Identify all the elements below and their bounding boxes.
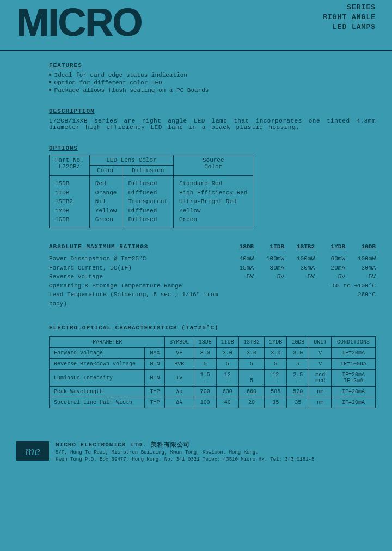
ratings-label: Reverse Voltage (49, 272, 223, 281)
ratings-col: 1GDB (345, 242, 376, 255)
ratings-section: ABSOLUTE MAXIMUM RATINGS 1SDB 1IDB 1STB2… (49, 242, 376, 309)
eo-row: Spectral Line Half Width TYP Δλ 100 40 2… (50, 397, 376, 408)
ratings-title: ABSOLUTE MAXIMUM RATINGS (49, 242, 223, 252)
options-th-lens: LED Lens Color (89, 155, 173, 166)
options-colors: Red Orange Nil Yellow Green (89, 176, 122, 228)
description-title: DESCRIPTION (49, 108, 376, 114)
ratings-label: Operating & Storage Temperature Range (49, 281, 223, 291)
datasheet-page: MICRO SERIES RIGHT ANGLE LED LAMPS FEATU… (0, 0, 392, 551)
options-section: OPTIONS Part No. L72CB/ LED Lens Color S… (49, 145, 376, 228)
footer-address: Kwun Tong P.O. Box 69477, Hong Kong. No.… (56, 456, 314, 463)
ratings-label: Lead Temperature (Soldering, 5 sec., 1/1… (49, 290, 223, 308)
eo-th-col: 1STB2 (238, 337, 265, 348)
series-label: SERIES (323, 3, 376, 13)
footer-logo-icon: me (16, 441, 49, 461)
ratings-col: 1YDB (315, 242, 345, 255)
product-label: RIGHT ANGLE LED LAMPS (323, 13, 376, 32)
ratings-col: 1SDB (223, 242, 254, 255)
features-title: FEATURES (49, 62, 376, 69)
description-section: DESCRIPTION L72CB/1XXB series are right … (49, 108, 376, 131)
options-parts: 1SDB 1IDB 1STB2 1YDB 1GDB (50, 176, 90, 228)
eo-th-col: 1GDB (287, 337, 309, 348)
eo-table: PARAMETER SYMBOL 1SDB 1IDB 1STB2 1YDB 1G… (49, 336, 376, 408)
features-section: FEATURES Ideal for card edge status indi… (49, 62, 376, 94)
eo-row: Reverse Breakdown Voltage MIN BVR 5 5 5 … (50, 359, 376, 370)
ratings-col: 1IDB (254, 242, 284, 255)
eo-th-symbol: SYMBOL (164, 337, 194, 348)
header-product-title: SERIES RIGHT ANGLE LED LAMPS (323, 3, 376, 33)
feature-item: Package allows flush seating on a PC Boa… (49, 87, 376, 94)
ratings-label: Power Dissipation @ Ta=25°C (49, 254, 223, 264)
feature-item: Option for different color LED (49, 79, 376, 86)
eo-section: ELECTRO-OPTICAL CHARACTERISTICS (Ta=25°C… (49, 325, 376, 408)
footer-company: MICRO ELECTRONICS LTD. 美科有限公司 (56, 441, 314, 449)
eo-th-param: PARAMETER (50, 337, 165, 348)
eo-title: ELECTRO-OPTICAL CHARACTERISTICS (Ta=25°C… (49, 325, 376, 331)
eo-row: Forward Voltage MAX VF 3.0 3.0 3.0 3.0 3… (50, 348, 376, 359)
options-source: Standard Red High Efficiency Red Ultra-B… (174, 176, 253, 228)
ratings-col: 1STB2 (284, 242, 315, 255)
options-diffusion: Diffused Diffused Transparent Diffused D… (122, 176, 174, 228)
header: MICRO SERIES RIGHT ANGLE LED LAMPS (0, 0, 392, 51)
footer-text: MICRO ELECTRONICS LTD. 美科有限公司 5/F, Hung … (56, 441, 314, 463)
footer: me MICRO ELECTRONICS LTD. 美科有限公司 5/F, Hu… (0, 436, 392, 469)
ratings-label: Forward Current, DC(IF) (49, 264, 223, 273)
brand-logo: MICRO (16, 0, 142, 45)
eo-row: Luminous Intensity MIN IV 1.5 - 12 - - 5… (50, 370, 376, 387)
options-th-part: Part No. L72CB/ (50, 155, 90, 176)
eo-th-cond: CONDITIONS (332, 337, 376, 348)
options-th-color: Color (89, 166, 122, 176)
eo-th-unit: UNIT (309, 337, 332, 348)
options-title: OPTIONS (49, 145, 376, 151)
options-th-source: Source Color (174, 155, 253, 176)
eo-th-col: 1YDB (265, 337, 287, 348)
description-text: L72CB/1XXB series are right angle LED la… (49, 118, 376, 131)
eo-row: Peak Wavelength TYP λp 700 630 660 585 5… (50, 387, 376, 397)
eo-th-col: 1IDB (216, 337, 238, 348)
options-th-diff: Diffusion (122, 166, 174, 176)
features-list: Ideal for card edge status indication Op… (49, 72, 376, 94)
feature-item: Ideal for card edge status indication (49, 72, 376, 78)
eo-th-col: 1SDB (194, 337, 216, 348)
options-table: Part No. L72CB/ LED Lens Color Source Co… (49, 155, 253, 228)
content-area: FEATURES Ideal for card edge status indi… (0, 51, 392, 414)
footer-address: 5/F, Hung To Road, Microtron Building, K… (56, 449, 314, 456)
